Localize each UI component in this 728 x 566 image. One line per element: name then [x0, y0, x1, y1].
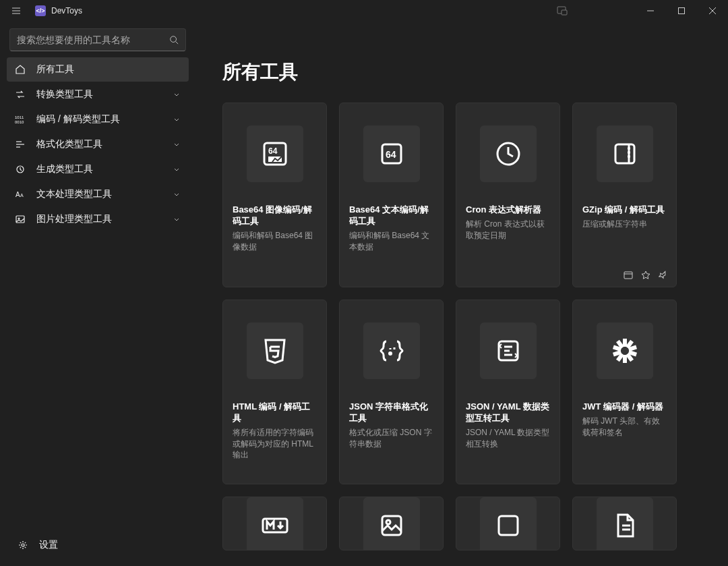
svg-text:A: A	[16, 191, 20, 198]
nav-converters[interactable]: 转换类型工具	[7, 82, 189, 107]
nav-text[interactable]: AA 文本处理类型工具	[7, 182, 189, 206]
tool-card-base64-image[interactable]: 64 Base64 图像编码/解码工具 编码和解码 Base64 图像数据	[222, 103, 327, 287]
chevron-down-icon	[173, 90, 181, 98]
json-yaml-icon	[480, 322, 537, 379]
nav-label: 所有工具	[36, 63, 74, 76]
minimize-button[interactable]	[635, 0, 666, 22]
svg-text:64: 64	[268, 146, 278, 156]
gear-icon	[18, 540, 28, 550]
tool-card-markdown[interactable]	[222, 497, 327, 550]
nav-label: 生成类型工具	[36, 163, 93, 175]
card-title: HTML 编码 / 解码工具	[233, 401, 317, 424]
search-icon	[169, 35, 179, 45]
nav-label: 转换类型工具	[36, 88, 93, 101]
card-desc: 解析 Cron 表达式以获取预定日期	[466, 219, 550, 242]
svg-rect-33	[624, 272, 632, 279]
generate-icon	[15, 164, 26, 175]
chevron-down-icon	[173, 140, 181, 148]
card-desc: 将所有适用的字符编码或解码为对应的 HTML 输出	[233, 427, 317, 461]
main-content: 所有工具 64 Base64 图像编码/解码工具 编码和解码 Base64 图像…	[195, 22, 728, 566]
base64-text-icon: 64	[363, 125, 420, 182]
svg-text:1011: 1011	[15, 115, 24, 119]
nav-generators[interactable]: 生成类型工具	[7, 157, 189, 181]
card-title: JWT 编码器 / 解码器	[582, 401, 667, 413]
image-tool-icon	[363, 497, 420, 550]
svg-point-35	[389, 353, 391, 355]
tool-card-jwt[interactable]: JWT 编码器 / 解码器 解码 JWT 头部、有效载荷和签名	[572, 300, 677, 484]
svg-text:A: A	[20, 193, 24, 198]
chevron-down-icon	[173, 215, 181, 223]
tool-card-placeholder-1[interactable]	[456, 497, 560, 550]
image-icon	[15, 214, 26, 225]
svg-line-10	[176, 42, 179, 45]
open-window-icon[interactable]	[624, 271, 633, 280]
markdown-icon	[247, 497, 303, 550]
nav-label: 图片处理类型工具	[36, 213, 112, 225]
card-title: JSON 字符串格式化工具	[349, 401, 433, 424]
nav-label: 文本处理类型工具	[36, 188, 112, 200]
hamburger-button[interactable]	[3, 0, 30, 22]
tool-card-gzip[interactable]: GZip 编码 / 解码工具 压缩或解压字符串	[572, 103, 677, 287]
chevron-down-icon	[173, 165, 181, 173]
card-title: GZip 编码 / 解码工具	[582, 204, 667, 216]
tool-card-image[interactable]	[339, 497, 444, 550]
text-icon: AA	[15, 189, 26, 200]
card-desc: 格式化或压缩 JSON 字符串数据	[349, 427, 433, 450]
chevron-down-icon	[173, 115, 181, 123]
nav-label: 编码 / 解码类型工具	[36, 113, 120, 125]
svg-rect-4	[562, 10, 567, 15]
card-desc: 编码和解码 Base64 文本数据	[349, 230, 433, 253]
format-icon	[15, 139, 26, 150]
gzip-icon	[597, 125, 653, 182]
card-desc: 压缩或解压字符串	[582, 219, 667, 230]
svg-point-9	[171, 36, 177, 43]
json-icon	[363, 322, 420, 379]
jwt-icon	[597, 322, 653, 379]
home-icon	[15, 64, 26, 75]
tool-card-json-yaml[interactable]: JSON / YAML 数据类型互转工具 JSON / YAML 数据类型相互转…	[456, 300, 560, 484]
convert-icon	[15, 89, 26, 100]
svg-point-52	[386, 520, 390, 524]
svg-rect-6	[679, 8, 685, 14]
card-desc: 编码和解码 Base64 图像数据	[233, 230, 317, 253]
chevron-down-icon	[173, 190, 181, 198]
nav-label: 设置	[39, 539, 58, 551]
compact-overlay-icon[interactable]	[557, 5, 568, 16]
nav-encoders[interactable]: 10110010 编码 / 解码类型工具	[7, 107, 189, 132]
favorite-icon[interactable]	[641, 271, 650, 280]
search-input[interactable]	[17, 34, 165, 45]
svg-rect-53	[499, 516, 518, 535]
clock-icon	[480, 125, 537, 182]
tool-card-json[interactable]: JSON 字符串格式化工具 格式化或压缩 JSON 字符串数据	[339, 300, 444, 484]
svg-point-25	[270, 158, 272, 160]
close-button[interactable]	[697, 0, 728, 22]
html-icon	[247, 322, 303, 379]
maximize-button[interactable]	[666, 0, 697, 22]
card-desc: 解码 JWT 头部、有效载荷和签名	[582, 416, 667, 438]
nav-settings[interactable]: 设置	[9, 533, 186, 557]
base64-image-icon: 64	[247, 125, 303, 182]
svg-text:0010: 0010	[15, 120, 24, 124]
card-title: Base64 图像编码/解码工具	[233, 204, 317, 227]
nav-formatters[interactable]: 格式化类型工具	[7, 132, 189, 157]
tool-card-placeholder-2[interactable]	[572, 497, 677, 550]
tool-card-base64-text[interactable]: 64 Base64 文本编码/解码工具 编码和解码 Base64 文本数据	[339, 103, 444, 287]
tool-card-html[interactable]: HTML 编码 / 解码工具 将所有适用的字符编码或解码为对应的 HTML 输出	[222, 300, 327, 484]
page-title: 所有工具	[222, 59, 701, 85]
card-title: Cron 表达式解析器	[466, 204, 550, 216]
tool-card-cron[interactable]: Cron 表达式解析器 解析 Cron 表达式以获取预定日期	[456, 103, 560, 287]
svg-point-20	[18, 218, 20, 219]
card-title: JSON / YAML 数据类型互转工具	[466, 401, 550, 424]
document-icon	[597, 497, 653, 550]
tool-grid: 64 Base64 图像编码/解码工具 编码和解码 Base64 图像数据 64…	[222, 103, 701, 550]
search-box[interactable]	[9, 28, 186, 51]
svg-point-21	[22, 544, 24, 546]
card-title: Base64 文本编码/解码工具	[349, 204, 433, 227]
card-desc: JSON / YAML 数据类型相互转换	[466, 427, 550, 450]
sidebar: 所有工具 转换类型工具 10110010 编码 / 解码类型工具 格式化类型工具…	[0, 22, 195, 566]
svg-rect-51	[382, 516, 401, 535]
nav-all-tools[interactable]: 所有工具	[7, 57, 189, 82]
pin-icon[interactable]	[659, 271, 668, 280]
nav-graphics[interactable]: 图片处理类型工具	[7, 207, 189, 231]
app-title: DevToys	[51, 6, 82, 16]
